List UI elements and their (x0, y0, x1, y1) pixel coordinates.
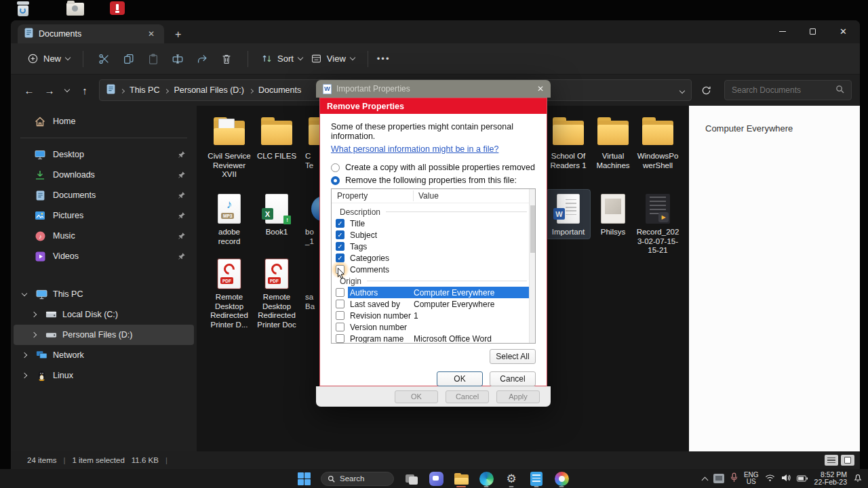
file-tile[interactable]: ▶Record_2023-02-07-15-15-21 (636, 190, 679, 257)
radio-icon[interactable] (331, 163, 340, 172)
tree-item-personal-files-d-[interactable]: Personal Files (D:) (14, 325, 194, 345)
privacy-help-link[interactable]: What personal information might be in a … (331, 144, 498, 154)
more-options-button[interactable]: ••• (377, 54, 391, 64)
breadcrumb-segment[interactable]: Documents (258, 85, 301, 95)
edge-taskbar-button[interactable] (478, 470, 494, 487)
search-box[interactable] (724, 80, 852, 100)
property-row-title[interactable]: ✓Title (332, 218, 529, 229)
task-view-taskbar-button[interactable] (403, 470, 419, 487)
sort-button[interactable]: Sort (257, 53, 307, 64)
red-app-icon[interactable] (110, 1, 125, 15)
cancel-button[interactable]: Cancel (490, 371, 536, 386)
notification-bell-icon[interactable] (853, 472, 863, 485)
details-view-button[interactable] (825, 455, 838, 466)
property-row-subject[interactable]: ✓Subject (332, 229, 529, 241)
up-button[interactable]: ↑ (75, 81, 95, 100)
property-row-version-number[interactable]: Version number (332, 321, 529, 333)
checkbox-checked[interactable]: ✓ (336, 253, 344, 262)
close-button[interactable]: ✕ (828, 20, 859, 42)
parent-dialog-titlebar[interactable]: Important Properties ✕ (316, 80, 551, 98)
sidebar-item-home[interactable]: Home (14, 111, 194, 131)
breadcrumb-segment[interactable]: This PC (130, 85, 159, 95)
tab-documents[interactable]: Documents ✕ (18, 24, 164, 43)
paste-button[interactable] (141, 48, 165, 70)
file-tile[interactable]: X!Book1 (254, 190, 300, 239)
chevron-right-icon[interactable] (19, 353, 30, 357)
checkbox-unchecked[interactable] (336, 323, 344, 331)
new-button[interactable]: New (23, 53, 74, 64)
file-tile[interactable]: WImportant (547, 190, 590, 239)
checkbox-checked[interactable]: ✓ (336, 242, 344, 251)
file-tile[interactable]: CLC FILES (254, 114, 300, 163)
parent-ok-button[interactable]: OK (395, 390, 438, 403)
file-tile[interactable]: School Of Readers 1 (547, 114, 590, 171)
properties-list[interactable]: Property Value Description✓Title✓Subject… (331, 188, 536, 344)
checkbox-unchecked[interactable] (336, 311, 344, 320)
tray-chevron-up-icon[interactable] (701, 476, 708, 483)
back-button[interactable]: ← (19, 81, 39, 100)
file-tile[interactable]: PDFRemote Desktop Redirected Printer Doc (254, 255, 300, 331)
view-button[interactable]: View (307, 53, 359, 64)
paint-taskbar-button[interactable] (553, 470, 570, 487)
large-icons-view-button[interactable] (841, 455, 854, 466)
address-dropdown-icon[interactable] (680, 85, 684, 95)
settings-taskbar-button[interactable]: ⚙ (503, 470, 519, 487)
checkbox-checked[interactable]: ✓ (336, 230, 344, 239)
property-row-comments[interactable]: Comments (332, 264, 529, 275)
tree-item-local-disk-c-[interactable]: Local Disk (C:) (14, 304, 194, 325)
clock[interactable]: 8:52 PM22-Feb-23 (814, 471, 847, 487)
file-tile[interactable]: ♪MP3adobe record (206, 190, 252, 247)
list-scrollbar[interactable] (529, 189, 535, 343)
parent-apply-button[interactable]: Apply (496, 390, 540, 403)
notes-taskbar-button[interactable] (528, 470, 545, 487)
checkbox-unchecked[interactable] (336, 300, 344, 308)
shared-folder-icon[interactable] (66, 3, 84, 16)
radio-icon-selected[interactable] (331, 176, 340, 185)
dialog-close-icon[interactable]: ✕ (537, 84, 544, 94)
property-row-tags[interactable]: ✓Tags (332, 241, 529, 252)
sidebar-item-desktop[interactable]: Desktop (14, 144, 194, 165)
microphone-icon[interactable] (730, 472, 738, 485)
volume-icon[interactable] (781, 472, 791, 485)
chat-taskbar-button[interactable] (428, 470, 444, 487)
file-explorer-taskbar-button[interactable] (453, 470, 469, 487)
recent-locations-button[interactable] (60, 81, 75, 100)
refresh-button[interactable] (696, 81, 716, 100)
property-row-categories[interactable]: ✓Categories (332, 252, 529, 264)
delete-button[interactable] (214, 48, 239, 70)
new-tab-button[interactable]: + (175, 29, 181, 40)
checkbox-unchecked[interactable] (336, 288, 344, 297)
battery-icon[interactable] (797, 472, 808, 485)
checkbox-checked[interactable]: ✓ (336, 219, 344, 228)
tab-close-icon[interactable]: ✕ (145, 28, 157, 39)
chevron-down-icon[interactable] (19, 293, 30, 296)
rename-button[interactable] (165, 48, 190, 70)
select-all-button[interactable]: Select All (490, 349, 536, 364)
minimize-button[interactable] (767, 20, 797, 42)
tree-item-linux[interactable]: Linux (14, 365, 194, 386)
chevron-right-icon[interactable] (28, 333, 39, 337)
wifi-icon[interactable] (765, 472, 775, 485)
property-row-last-saved-by[interactable]: Last saved byComputer Everywhere (332, 298, 529, 310)
file-tile[interactable]: WindowsPowerShell (636, 114, 679, 171)
file-tile[interactable]: Philsys (591, 190, 635, 239)
forward-button[interactable]: → (39, 81, 60, 100)
radio-create-copy[interactable]: Create a copy with all possible properti… (331, 163, 536, 172)
chevron-right-icon[interactable] (19, 373, 30, 378)
scrollbar-thumb[interactable] (530, 205, 535, 253)
breadcrumb-segment[interactable]: Personal Files (D:) (174, 85, 244, 95)
language-indicator[interactable]: ENGUS (744, 472, 759, 486)
checkbox-unchecked[interactable] (336, 334, 344, 343)
parent-cancel-button[interactable]: Cancel (446, 390, 489, 403)
tray-app-icon[interactable] (713, 474, 724, 483)
property-row-program-name[interactable]: Program nameMicrosoft Office Word (332, 333, 529, 344)
recycle-bin-icon[interactable] (16, 1, 30, 16)
file-tile[interactable]: PDFRemote Desktop Redirected Printer D..… (206, 255, 252, 331)
property-row-authors[interactable]: AuthorsComputer Everywhere (332, 287, 529, 298)
file-tile[interactable]: Civil Service Reviewer XVII (206, 114, 252, 181)
sidebar-item-videos[interactable]: Videos (14, 246, 194, 266)
copy-button[interactable] (117, 48, 141, 70)
tree-item-network[interactable]: Network (14, 345, 194, 365)
sidebar-item-pictures[interactable]: Pictures (14, 205, 194, 226)
cut-button[interactable] (92, 48, 117, 70)
